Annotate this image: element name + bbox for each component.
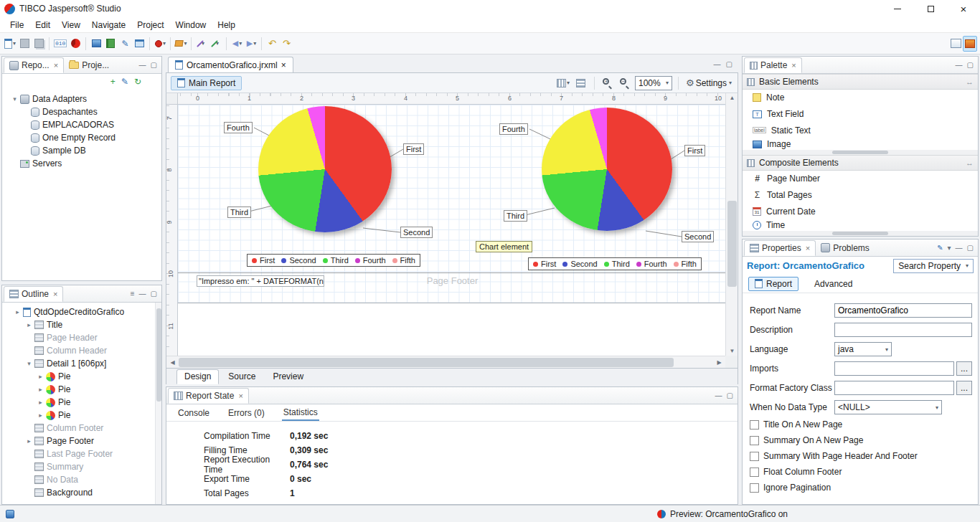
minimize-panel-icon[interactable]: — (139, 61, 146, 69)
tab-report-state[interactable]: Report State × (168, 388, 249, 404)
tab-outline[interactable]: Outline × (4, 286, 63, 302)
tab-editor-orcamentografico[interactable]: OrcamentoGrafico.jrxml × (168, 57, 293, 72)
zoom-out-button[interactable]: − (618, 75, 632, 91)
menu-view[interactable]: View (56, 19, 86, 32)
editor-horizontal-scrollbar[interactable]: ◀ ▶ (166, 356, 725, 368)
outline-item-page-footer[interactable]: ▸Page Footer (2, 435, 161, 447)
palette-item-page-number[interactable]: #Page Number (743, 171, 978, 187)
add-adapter-icon[interactable]: + (110, 77, 116, 87)
description-input[interactable] (834, 323, 972, 337)
wizard-button[interactable]: ▾ (194, 36, 209, 52)
outline-item-pie-3[interactable]: ▸Pie (2, 396, 161, 409)
datasource-button[interactable]: 010 (52, 36, 68, 52)
main-report-button[interactable]: Main Report (171, 76, 242, 90)
outline-scrollbar[interactable] (155, 303, 161, 504)
maximize-panel-icon[interactable]: ▢ (151, 290, 157, 298)
quick-access-icon[interactable] (6, 510, 14, 518)
layout-toggle-icon[interactable]: ↔ (966, 158, 974, 167)
tree-item-despachantes[interactable]: Despachantes (2, 105, 161, 118)
new-report-button[interactable]: ▾ (3, 36, 17, 52)
forward-button[interactable]: ▶▾ (244, 36, 258, 52)
export-image-button[interactable] (89, 36, 103, 52)
format-factory-input[interactable] (834, 381, 954, 395)
menu-file[interactable]: File (4, 19, 29, 32)
palette-section-composite[interactable]: Composite Elements ↔ (743, 155, 978, 171)
checkbox-float-column-footer[interactable]: Float Column Footer (750, 467, 972, 477)
minimize-panel-icon[interactable]: — (956, 61, 963, 69)
open-perspective-button[interactable] (948, 36, 963, 52)
report-page-canvas[interactable]: Fourth First Third Second First Second T… (178, 105, 727, 303)
zoom-level-select[interactable]: 100% ▾ (635, 76, 672, 90)
report-name-input[interactable] (834, 303, 972, 318)
editor-vertical-scrollbar[interactable]: ▲ ▼ (725, 93, 738, 356)
tab-properties[interactable]: Properties × (744, 240, 816, 256)
maximize-editor-icon[interactable]: ▢ (726, 60, 732, 68)
imports-browse-button[interactable]: ... (956, 361, 972, 376)
close-palette-icon[interactable]: × (791, 61, 796, 70)
maximize-panel-icon[interactable]: ▢ (727, 392, 733, 399)
outline-item-last-page-footer[interactable]: Last Page Footer (2, 447, 161, 460)
search-property-dropdown[interactable]: Search Property ▾ (893, 259, 974, 273)
tab-project-explorer[interactable]: Proje... (64, 57, 114, 73)
tab-statistics[interactable]: Statistics (282, 405, 319, 421)
maximize-panel-icon[interactable]: ▢ (967, 244, 974, 252)
palette-item-static-text[interactable]: labelStatic Text (743, 122, 978, 138)
tab-problems[interactable]: Problems (816, 239, 875, 256)
palette-item-image[interactable]: Image (743, 138, 978, 150)
palette-scrollbar[interactable] (743, 231, 978, 236)
minimize-panel-icon[interactable]: — (956, 244, 963, 252)
back-button[interactable]: ◀▾ (230, 36, 244, 52)
zoom-in-button[interactable]: + (600, 75, 615, 91)
outline-item-pie-1[interactable]: ▸Pie (2, 370, 161, 383)
close-report-state-icon[interactable]: × (238, 392, 242, 400)
checkbox-ignore-pagination[interactable]: Ignore Pagination (750, 483, 972, 493)
outline-item-page-header[interactable]: Page Header (2, 331, 161, 344)
menu-window[interactable]: Window (170, 19, 212, 32)
tree-item-one-empty-record[interactable]: One Empty Record (2, 131, 161, 144)
tab-design[interactable]: Design (176, 369, 219, 384)
tab-repository[interactable]: Repo... × (4, 57, 64, 73)
maximize-window-button[interactable] (914, 0, 947, 17)
outline-item-summary[interactable]: Summary (2, 460, 161, 473)
dataset-window-button[interactable] (132, 36, 146, 52)
language-select[interactable]: java ▾ (834, 342, 892, 356)
outline-item-report[interactable]: ▸QtdOpdeCreditoGrafico (2, 305, 161, 318)
view-menu-icon[interactable]: ▾ (948, 244, 951, 252)
palette-section-basic[interactable]: Basic Elements ↔ (743, 74, 978, 90)
menu-project[interactable]: Project (131, 19, 169, 32)
tree-item-sample-db[interactable]: Sample DB (2, 144, 161, 157)
tab-palette[interactable]: Palette × (744, 57, 802, 73)
outline-item-pie-2[interactable]: ▸Pie (2, 383, 161, 396)
format-factory-browse-button[interactable]: ... (956, 381, 972, 395)
palette-item-total-pages[interactable]: ΣTotal Pages (743, 187, 978, 204)
checkbox-summary-new-page[interactable]: Summary On A New Page (750, 435, 972, 445)
subtab-report[interactable]: Report (748, 277, 798, 291)
palette-item-note[interactable]: Note (743, 90, 978, 106)
close-outline-icon[interactable]: × (53, 290, 57, 298)
wizard-2-button[interactable]: ▾ (209, 36, 223, 52)
pie-chart-2[interactable] (542, 108, 672, 231)
outline-item-column-footer[interactable]: Column Footer (2, 422, 161, 435)
tree-item-servers[interactable]: Servers (2, 157, 161, 170)
checkbox-title-new-page[interactable]: Title On A New Page (750, 419, 972, 430)
close-window-button[interactable]: × (947, 0, 980, 17)
edit-styles-button[interactable]: ✎ (118, 36, 132, 52)
palette-item-time[interactable]: Time (743, 219, 978, 231)
menu-edit[interactable]: Edit (29, 19, 56, 32)
publish-server-button[interactable] (68, 36, 83, 52)
pie-chart-1[interactable] (258, 106, 392, 232)
minimize-panel-icon[interactable]: — (139, 290, 146, 298)
new-view-icon[interactable]: ✎ (937, 244, 943, 252)
minimize-window-button[interactable] (881, 0, 914, 17)
settings-button[interactable]: ⚙ Settings ▾ (684, 75, 733, 91)
close-editor-tab-icon[interactable]: × (281, 60, 286, 70)
maximize-panel-icon[interactable]: ▢ (151, 61, 157, 69)
tab-errors[interactable]: Errors (0) (227, 406, 266, 420)
undo-button[interactable]: ↶ (265, 36, 279, 52)
tree-item-data-adapters[interactable]: ▾Data Adapters (2, 92, 161, 105)
outline-item-column-header[interactable]: Column Header (2, 344, 161, 357)
save-button[interactable] (17, 36, 32, 52)
compile-report-button[interactable] (103, 36, 118, 52)
palette-item-text-field[interactable]: TText Field (743, 106, 978, 123)
outline-view-menu-icon[interactable]: ≡ (131, 290, 135, 298)
